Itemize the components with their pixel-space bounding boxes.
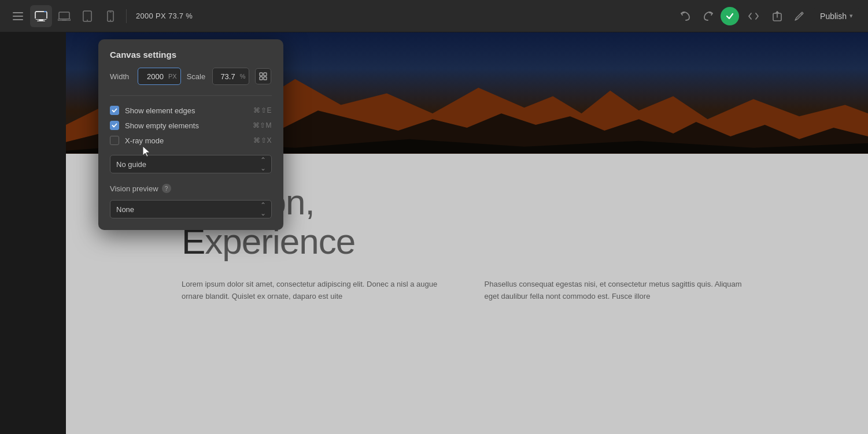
canvas-settings-popup: Canvas settings Width PX Scale % xyxy=(98,39,283,230)
vision-preview-section: Vision preview ? None Low contrast Grays… xyxy=(110,184,272,218)
left-sidebar xyxy=(0,32,66,434)
publish-arrow-icon: ▾ xyxy=(849,12,853,20)
vision-label-row: Vision preview ? xyxy=(110,184,272,193)
svg-rect-3 xyxy=(35,12,47,19)
svg-rect-6 xyxy=(35,18,47,19)
svg-rect-0 xyxy=(13,12,23,13)
svg-rect-20 xyxy=(260,73,263,76)
scale-input[interactable] xyxy=(213,72,239,81)
vision-preview-label: Vision preview xyxy=(110,184,158,193)
show-empty-elements-checkbox[interactable] xyxy=(110,121,119,130)
xray-mode-checkbox[interactable] xyxy=(110,136,119,145)
toolbar-right: Publish ▾ xyxy=(677,7,861,25)
share-button[interactable] xyxy=(768,7,786,25)
width-label: Width xyxy=(110,72,132,81)
show-empty-elements-label: Show empty elements xyxy=(125,121,199,130)
svg-rect-1 xyxy=(13,16,23,17)
site-body-columns: Lorem ipsum dolor sit amet, consectetur … xyxy=(182,279,752,303)
show-empty-elements-left: Show empty elements xyxy=(110,121,199,130)
width-input-group[interactable]: PX xyxy=(138,68,181,85)
svg-point-7 xyxy=(44,11,46,13)
redo-button[interactable] xyxy=(699,7,717,25)
show-empty-elements-row: Show empty elements ⌘⇧M xyxy=(110,118,272,133)
pen-tool-button[interactable] xyxy=(790,7,808,25)
toolbar: 2000 PX 73.7 % xyxy=(0,0,868,32)
undo-button[interactable] xyxy=(677,7,695,25)
site-body-col-2: Phasellus consequat egestas nisi, et con… xyxy=(485,279,753,303)
svg-rect-8 xyxy=(59,12,69,19)
desktop-view-button[interactable] xyxy=(30,5,52,27)
dimension-display: 2000 PX 73.7 % xyxy=(136,12,193,20)
xray-mode-shortcut: ⌘⇧X xyxy=(253,136,272,144)
vision-preview-help-icon[interactable]: ? xyxy=(162,184,171,193)
svg-rect-22 xyxy=(260,77,263,80)
svg-rect-10 xyxy=(62,19,67,20)
save-check-button[interactable] xyxy=(721,7,739,25)
popup-title: Canvas settings xyxy=(98,39,283,68)
svg-point-12 xyxy=(87,20,88,21)
show-element-edges-left: Show element edges xyxy=(110,106,195,115)
toolbar-separator-1 xyxy=(126,9,127,23)
menu-button[interactable] xyxy=(7,5,29,27)
xray-mode-left: X-ray mode xyxy=(110,136,164,145)
site-body-col-1: Lorem ipsum dolor sit amet, consectetur … xyxy=(182,279,450,303)
code-editor-button[interactable] xyxy=(743,7,764,25)
publish-label: Publish xyxy=(820,12,847,21)
laptop-view-button[interactable] xyxy=(53,5,75,27)
main-area: Passion, Experience Lorem ipsum dolor si… xyxy=(0,32,868,434)
xray-mode-label: X-ray mode xyxy=(125,136,164,145)
scale-input-group[interactable]: % xyxy=(212,68,250,85)
toolbar-left: 2000 PX 73.7 % xyxy=(7,5,197,27)
svg-rect-15 xyxy=(109,12,112,12)
vision-dropdown-wrapper[interactable]: None Low contrast Grayscale Blur ⌃⌄ xyxy=(110,200,272,218)
fit-to-screen-button[interactable] xyxy=(255,68,271,84)
publish-button[interactable]: Publish ▾ xyxy=(812,8,861,24)
tablet-view-button[interactable] xyxy=(76,5,98,27)
guide-dropdown[interactable]: No guide Grid Columns xyxy=(110,155,272,173)
show-element-edges-label: Show element edges xyxy=(125,106,195,115)
svg-rect-5 xyxy=(37,20,45,21)
phone-view-button[interactable] xyxy=(99,5,121,27)
xray-mode-row: X-ray mode ⌘⇧X xyxy=(110,133,272,148)
guide-dropdown-wrapper[interactable]: No guide Grid Columns ⌃⌄ xyxy=(110,155,272,173)
show-element-edges-checkbox[interactable] xyxy=(110,106,119,115)
svg-rect-2 xyxy=(13,19,23,20)
vision-dropdown[interactable]: None Low contrast Grayscale Blur xyxy=(110,200,272,218)
popup-divider-1 xyxy=(110,95,272,96)
width-unit: PX xyxy=(167,73,180,80)
svg-point-14 xyxy=(110,20,111,21)
popup-body: Width PX Scale % xyxy=(98,68,283,230)
svg-rect-23 xyxy=(264,77,267,80)
show-empty-elements-shortcut: ⌘⇧M xyxy=(253,121,272,129)
svg-rect-21 xyxy=(264,73,267,76)
scale-label: Scale xyxy=(187,72,206,81)
show-element-edges-row: Show element edges ⌘⇧E xyxy=(110,103,272,118)
scale-unit: % xyxy=(239,73,249,80)
width-scale-row: Width PX Scale % xyxy=(110,68,272,85)
width-input[interactable] xyxy=(138,72,167,81)
show-element-edges-shortcut: ⌘⇧E xyxy=(253,106,272,114)
